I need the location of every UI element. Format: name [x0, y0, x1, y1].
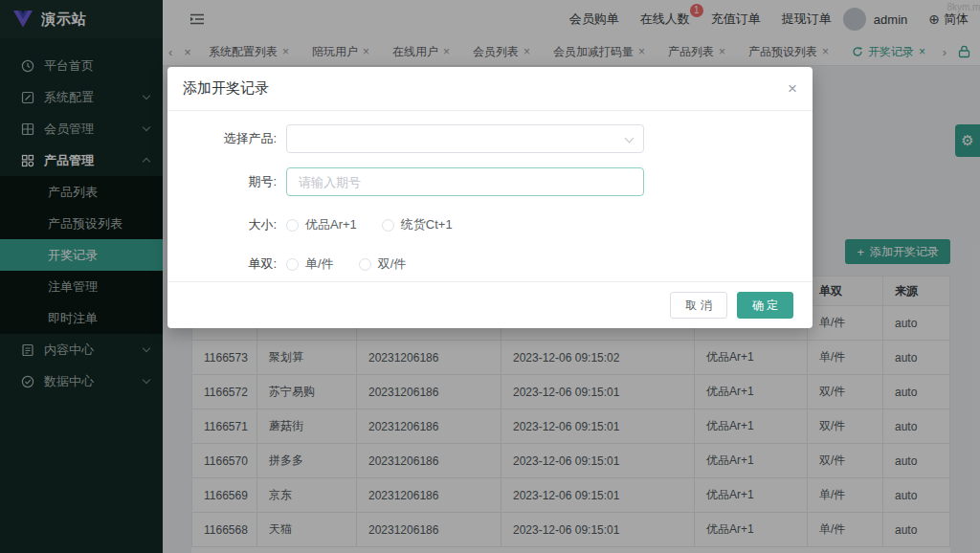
radio-icon	[286, 219, 299, 232]
radio-label: 单/件	[305, 255, 334, 273]
chevron-down-icon	[625, 134, 635, 144]
radio-size-option-2[interactable]: 统货Ct+1	[382, 216, 453, 233]
confirm-button[interactable]: 确 定	[737, 292, 793, 319]
cancel-button[interactable]: 取 消	[670, 292, 726, 319]
radio-parity-option-2[interactable]: 双/件	[359, 255, 407, 273]
radio-icon	[382, 219, 394, 232]
parity-label: 单双:	[187, 255, 286, 273]
radio-label: 统货Ct+1	[401, 216, 453, 233]
radio-icon	[359, 258, 371, 271]
add-record-modal: 添加开奖记录 × 选择产品: 期号: 大小: 优品Ar+1 统货Ct+1 单双:…	[167, 67, 813, 328]
product-select-label: 选择产品:	[187, 130, 286, 147]
radio-parity-option-1[interactable]: 单/件	[286, 255, 334, 273]
issue-label: 期号:	[187, 173, 286, 190]
size-label: 大小:	[187, 216, 286, 233]
product-select[interactable]	[286, 124, 644, 153]
radio-icon	[286, 258, 299, 271]
radio-size-option-1[interactable]: 优品Ar+1	[286, 216, 357, 233]
close-icon[interactable]: ×	[788, 80, 797, 97]
issue-input[interactable]	[286, 167, 644, 196]
modal-title: 添加开奖记录	[183, 79, 269, 98]
radio-label: 优品Ar+1	[305, 216, 357, 233]
radio-label: 双/件	[378, 255, 407, 273]
